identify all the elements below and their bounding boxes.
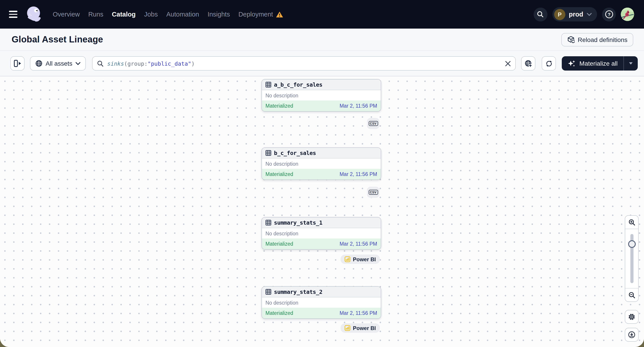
asset-filter-label: All assets xyxy=(46,60,72,67)
table-icon xyxy=(266,220,271,226)
page-header: Global Asset Lineage Reload definitions xyxy=(0,28,644,51)
asset-status-row: Materialized Mar 2, 11:56 PM xyxy=(262,169,381,180)
powerbi-label: Power BI xyxy=(353,256,376,262)
search-icon xyxy=(537,11,544,18)
warning-triangle-icon xyxy=(276,11,283,18)
panel-open-icon xyxy=(13,59,22,68)
clear-icon xyxy=(505,60,511,66)
asset-name: b_c_for_sales xyxy=(274,150,316,156)
nav-item-automation[interactable]: Automation xyxy=(166,11,199,18)
search-button[interactable] xyxy=(534,7,548,21)
asset-node-summary_stats_2[interactable]: summary_stats_2 No description Materiali… xyxy=(262,286,381,319)
status-badge: Materialized xyxy=(266,171,293,177)
status-badge: Materialized xyxy=(266,241,293,247)
zoom-control-panel xyxy=(625,215,639,302)
query-text: sinks(group:"public_data") xyxy=(107,60,502,67)
new-catalog-view-button[interactable] xyxy=(521,56,536,70)
globe-icon xyxy=(35,60,42,67)
table-icon xyxy=(266,289,271,295)
globe-add-icon xyxy=(525,60,532,67)
kind-tag-csv[interactable]: csv xyxy=(367,187,380,198)
status-badge: Materialized xyxy=(266,103,293,108)
download-icon xyxy=(628,331,636,339)
materialization-timestamp[interactable]: Mar 2, 11:56 PM xyxy=(340,103,377,108)
asset-status-row: Materialized Mar 2, 11:56 PM xyxy=(262,308,381,319)
asset-name: summary_stats_1 xyxy=(274,219,322,226)
powerbi-icon xyxy=(344,256,350,262)
reload-definitions-label: Reload definitions xyxy=(578,36,628,43)
materialize-all-button[interactable]: Materialize all xyxy=(562,56,624,70)
asset-card-header: summary_stats_2 xyxy=(262,287,381,298)
zoom-in-icon xyxy=(628,219,635,226)
nav-item-insights[interactable]: Insights xyxy=(208,11,230,18)
csv-file-icon: csv xyxy=(368,190,378,195)
help-icon: ? xyxy=(604,9,614,19)
powerbi-label: Power BI xyxy=(353,325,376,331)
table-icon xyxy=(266,82,271,87)
status-badge: Materialized xyxy=(266,310,293,316)
lineage-toolbar: All assets sinks(group:"public_data") xyxy=(0,51,644,76)
sparkles-icon xyxy=(568,59,576,67)
asset-name: a_b_c_for_sales xyxy=(274,81,322,88)
nav-item-catalog[interactable]: Catalog xyxy=(112,11,136,18)
materialization-timestamp[interactable]: Mar 2, 11:56 PM xyxy=(340,241,377,247)
materialize-all-label: Materialize all xyxy=(580,60,618,67)
lineage-query-input[interactable]: sinks(group:"public_data") xyxy=(92,56,516,70)
app-root: Overview Runs Catalog Jobs Automation In… xyxy=(0,0,644,347)
nav-right: P prod ? xyxy=(534,7,634,21)
graph-settings-button[interactable] xyxy=(625,310,639,324)
user-avatar[interactable] xyxy=(621,7,634,21)
asset-node-a_b_c_for_sales[interactable]: a_b_c_for_sales No description Materiali… xyxy=(262,79,381,112)
top-nav: Overview Runs Catalog Jobs Automation In… xyxy=(0,0,644,28)
asset-status-row: Materialized Mar 2, 11:56 PM xyxy=(262,100,381,111)
zoom-slider-thumb[interactable] xyxy=(628,240,636,248)
gear-icon xyxy=(628,313,636,321)
asset-description: No description xyxy=(262,90,381,100)
nav-item-runs[interactable]: Runs xyxy=(88,11,104,18)
page-title: Global Asset Lineage xyxy=(12,34,103,45)
asset-description: No description xyxy=(262,228,381,239)
powerbi-icon xyxy=(344,325,350,331)
kind-tag-powerbi[interactable]: Power BI xyxy=(340,255,380,264)
nav-item-overview[interactable]: Overview xyxy=(53,11,80,18)
chevron-down-icon xyxy=(76,62,80,65)
refresh-icon xyxy=(545,60,553,67)
nav-item-jobs[interactable]: Jobs xyxy=(144,11,158,18)
materialize-options-button[interactable] xyxy=(624,56,638,70)
reload-definitions-button[interactable]: Reload definitions xyxy=(561,33,633,46)
materialization-timestamp[interactable]: Mar 2, 11:56 PM xyxy=(340,310,377,316)
svg-text:?: ? xyxy=(608,12,610,17)
hamburger-icon[interactable] xyxy=(9,9,20,20)
zoom-out-button[interactable] xyxy=(625,288,638,302)
asset-status-row: Materialized Mar 2, 11:56 PM xyxy=(262,239,381,249)
asset-description: No description xyxy=(262,298,381,308)
environment-name: prod xyxy=(569,11,583,18)
materialization-timestamp[interactable]: Mar 2, 11:56 PM xyxy=(340,171,377,177)
nav-item-deployment[interactable]: Deployment xyxy=(238,11,283,18)
dagster-logo-icon[interactable] xyxy=(24,5,43,24)
open-left-panel-button[interactable] xyxy=(10,56,24,70)
zoom-slider[interactable] xyxy=(625,229,638,288)
kind-tag-powerbi[interactable]: Power BI xyxy=(340,323,380,333)
asset-description: No description xyxy=(262,159,381,169)
environment-switcher[interactable]: P prod xyxy=(552,7,597,21)
materialize-all-split-button: Materialize all xyxy=(562,56,638,70)
help-button[interactable]: ? xyxy=(602,7,616,21)
refresh-graph-button[interactable] xyxy=(542,56,556,70)
zoom-in-button[interactable] xyxy=(625,216,638,229)
clear-query-button[interactable] xyxy=(502,58,514,69)
kind-tag-csv[interactable]: csv xyxy=(367,118,380,129)
asset-card-header: a_b_c_for_sales xyxy=(262,79,381,90)
environment-initial: P xyxy=(554,9,565,20)
table-icon xyxy=(266,150,271,156)
asset-name: summary_stats_2 xyxy=(274,289,322,295)
lineage-graph-canvas[interactable]: a_b_c_for_sales No description Materiali… xyxy=(0,76,644,347)
asset-node-b_c_for_sales[interactable]: b_c_for_sales No description Materialize… xyxy=(262,147,381,180)
asset-node-summary_stats_1[interactable]: summary_stats_1 No description Materiali… xyxy=(262,217,381,250)
search-icon xyxy=(97,60,104,67)
asset-filter-dropdown[interactable]: All assets xyxy=(30,56,86,70)
download-image-button[interactable] xyxy=(625,328,639,342)
asset-card-header: summary_stats_1 xyxy=(262,218,381,228)
zoom-out-icon xyxy=(628,291,635,299)
asset-card-header: b_c_for_sales xyxy=(262,148,381,159)
